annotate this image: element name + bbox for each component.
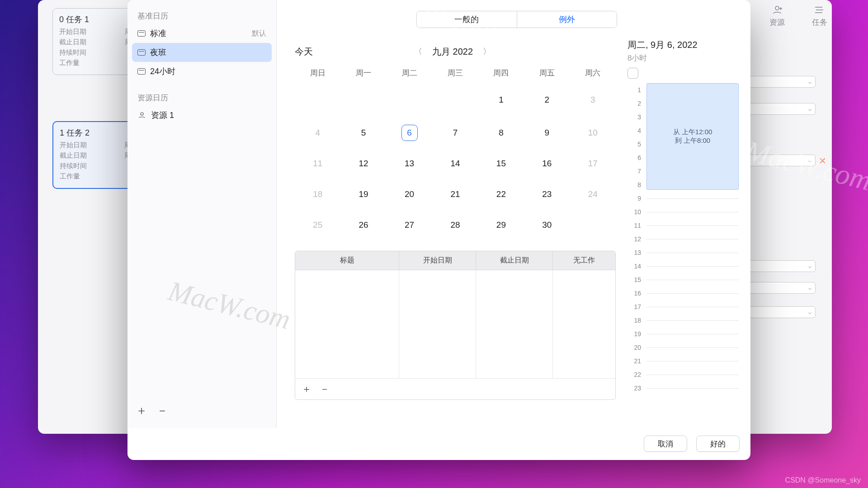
col-title[interactable]: 标题 (295, 251, 399, 270)
calendar-day (432, 84, 478, 117)
calendar-day[interactable]: 1 (478, 84, 524, 117)
calendar-day[interactable]: 30 (524, 210, 570, 243)
cancel-button[interactable]: 取消 (644, 436, 687, 452)
hour-label: 3 (627, 110, 644, 124)
hour-label: 7 (627, 164, 644, 178)
calendar-icon (137, 30, 146, 37)
sidebar-section-base: 基准日历 (132, 5, 272, 24)
toolbar-tasks[interactable]: 任务 (812, 5, 827, 28)
calendar-day[interactable]: 20 (387, 179, 432, 210)
calendar-day[interactable]: 28 (432, 210, 478, 243)
exceptions-table: 标题 开始日期 截止日期 无工作 ＋ － (295, 251, 616, 400)
weekday-header: 周一 (340, 63, 386, 84)
calendar-icon (137, 49, 146, 56)
calendar-day[interactable]: 21 (432, 179, 478, 210)
calendar-day[interactable]: 10 (570, 117, 616, 148)
calendar-day[interactable]: 16 (524, 148, 570, 179)
calendar-day[interactable]: 24 (570, 179, 616, 210)
calendar-day[interactable]: 2 (524, 84, 570, 117)
sidebar-item-resource-1[interactable]: 资源 1 (132, 106, 272, 125)
work-block[interactable]: 从 上午12:00 到 上午8:00 (646, 83, 739, 190)
hour-label: 13 (627, 246, 644, 259)
task-card-0[interactable]: 0 任务 1 开始日期周 截止日期周 持续时间1 工作量1 (52, 8, 138, 75)
hour-label: 19 (627, 327, 644, 341)
calendar-day[interactable]: 9 (524, 117, 570, 148)
col-end[interactable]: 截止日期 (476, 251, 553, 270)
next-month-button[interactable]: 〉 (480, 44, 494, 59)
calendar-day[interactable]: 15 (478, 148, 524, 179)
bg-field-1[interactable]: ⌵ (743, 76, 816, 88)
sidebar: 基准日历 标准 默认 夜班 24小时 资源日历 资源 1 ＋ － (127, 0, 277, 428)
weekday-header: 周六 (570, 63, 616, 84)
hour-label: 9 (627, 192, 644, 205)
calendar-day[interactable]: 25 (295, 210, 340, 243)
tab-general[interactable]: 一般的 (417, 11, 517, 28)
calendar-day[interactable]: 8 (478, 117, 524, 148)
calendar-day[interactable]: 17 (570, 148, 616, 179)
weekday-header: 周四 (478, 63, 524, 84)
hour-label: 4 (627, 124, 644, 137)
calendar-day[interactable]: 26 (340, 210, 386, 243)
bg-field-5[interactable]: ⌵ (743, 282, 816, 294)
ok-button[interactable]: 好的 (696, 436, 740, 452)
calendar-day[interactable]: 29 (478, 210, 524, 243)
calendar-day[interactable]: 19 (340, 179, 386, 210)
hour-label: 11 (627, 219, 644, 232)
calendar-day[interactable]: 7 (432, 117, 478, 148)
person-icon (137, 111, 146, 119)
weekday-header: 周二 (387, 63, 432, 84)
calendar-day[interactable]: 14 (432, 148, 478, 179)
calendar-day (387, 84, 432, 117)
sidebar-item-standard[interactable]: 标准 默认 (132, 24, 272, 43)
sidebar-item-24hour[interactable]: 24小时 (132, 62, 272, 81)
calendar-day[interactable]: 12 (340, 148, 386, 179)
bg-field-6[interactable]: ⌵ (743, 306, 816, 318)
calendar-day[interactable]: 11 (295, 148, 340, 179)
calendar-day[interactable]: 4 (295, 117, 340, 148)
svg-point-6 (141, 113, 143, 115)
hour-label: 14 (627, 259, 644, 273)
sidebar-item-nightshift[interactable]: 夜班 (132, 43, 272, 62)
col-start[interactable]: 开始日期 (399, 251, 476, 270)
month-label: 九月 2022 (432, 46, 473, 58)
segmented-control: 一般的 例外 (416, 11, 617, 28)
tab-exception[interactable]: 例外 (517, 11, 617, 28)
hour-label: 22 (627, 368, 644, 381)
prev-month-button[interactable]: 〈 (411, 44, 425, 59)
bg-field-3[interactable]: ⌵ (743, 155, 816, 166)
hour-label: 16 (627, 286, 644, 300)
hour-label: 1 (627, 83, 644, 97)
calendar-day[interactable]: 6 (387, 117, 432, 148)
hour-label: 2 (627, 97, 644, 110)
toolbar-resources[interactable]: 资源 (769, 5, 785, 28)
today-button[interactable]: 今天 (295, 46, 313, 58)
calendar-day[interactable]: 23 (524, 179, 570, 210)
bg-delete-icon[interactable]: ✕ (819, 155, 826, 166)
calendar-day[interactable]: 3 (570, 84, 616, 117)
calendar-icon (137, 68, 146, 75)
weekday-header: 周五 (524, 63, 570, 84)
bg-field-2[interactable]: ⌵ (743, 103, 816, 115)
sidebar-add-button[interactable]: ＋ (136, 403, 147, 418)
table-remove-button[interactable]: － (320, 382, 330, 396)
calendar-day[interactable]: 13 (387, 148, 432, 179)
calendar-day (340, 84, 386, 117)
calendar-day[interactable]: 18 (295, 179, 340, 210)
duration-label: 8小时 (627, 53, 739, 63)
bg-field-4[interactable]: ⌵ (743, 260, 816, 272)
day-timeline[interactable]: 1234567891011121314151617181920212223 从 … (627, 83, 739, 419)
table-add-button[interactable]: ＋ (302, 382, 311, 396)
task-card-1[interactable]: 1 任务 2 开始日期周 截止日期周 持续时间1 工作量1 (52, 121, 138, 189)
hour-label: 8 (627, 178, 644, 192)
sidebar-remove-button[interactable]: － (156, 403, 168, 418)
col-nowork[interactable]: 无工作 (553, 251, 615, 270)
hour-label: 18 (627, 314, 644, 327)
hour-label: 6 (627, 151, 644, 164)
hour-label: 5 (627, 137, 644, 151)
calendar-day[interactable]: 27 (387, 210, 432, 243)
hour-label: 15 (627, 273, 644, 286)
allday-checkbox[interactable] (627, 68, 638, 79)
calendar-day[interactable]: 5 (340, 117, 386, 148)
calendar-day[interactable]: 22 (478, 179, 524, 210)
weekday-header: 周三 (432, 63, 478, 84)
